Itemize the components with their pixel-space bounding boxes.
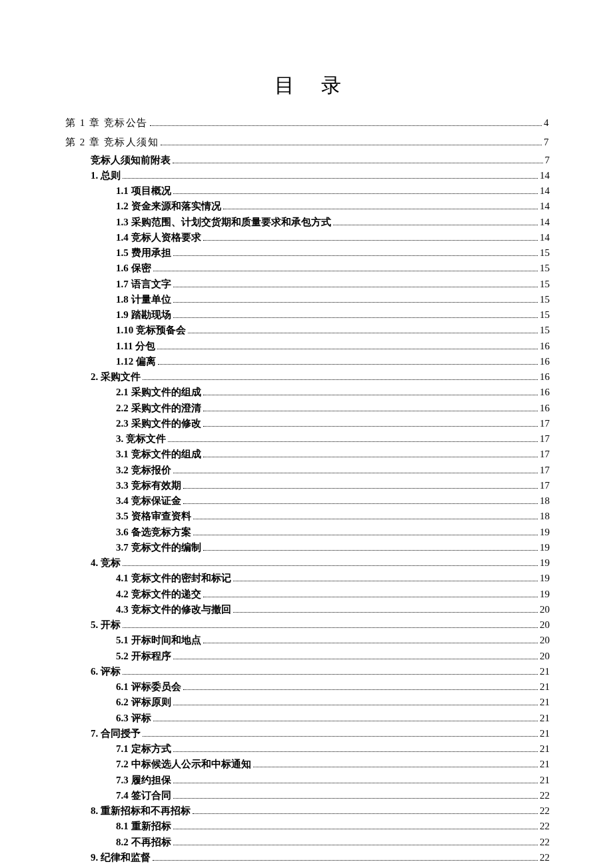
toc-entry-label: 竞标人须知前附表 — [91, 153, 171, 168]
toc-leader — [143, 736, 538, 737]
toc-entry[interactable]: 1.9 踏勘现场15 — [65, 307, 550, 323]
toc-entry[interactable]: 9. 纪律和监督22 — [65, 850, 550, 865]
toc-entry[interactable]: 7. 合同授予21 — [65, 726, 550, 741]
toc-entry-page: 19 — [540, 555, 550, 571]
toc-leader — [203, 426, 538, 427]
toc-entry[interactable]: 1. 总则14 — [65, 168, 550, 183]
toc-leader — [203, 550, 538, 551]
toc-entry[interactable]: 1.5 费用承担15 — [65, 245, 550, 261]
toc-entry[interactable]: 1.11 分包16 — [65, 339, 550, 354]
toc-entry[interactable]: 6. 评标21 — [65, 664, 550, 679]
toc-entry-label: 4.2 竞标文件的递交 — [116, 587, 201, 602]
toc-entry-page: 16 — [540, 385, 550, 400]
toc-leader — [203, 643, 538, 643]
toc-entry[interactable]: 7.1 定标方式21 — [65, 741, 550, 757]
toc-leader — [203, 240, 538, 241]
toc-entry[interactable]: 1.2 资金来源和落实情况14 — [65, 199, 550, 214]
toc-entry[interactable]: 3.6 备选竞标方案19 — [65, 525, 550, 540]
toc-entry[interactable]: 1.7 语言文字15 — [65, 277, 550, 292]
toc-entry-page: 15 — [540, 292, 550, 307]
toc-entry[interactable]: 8.1 重新招标22 — [65, 819, 550, 834]
toc-container: 第 1 章 竞标公告4第 2 章 竞标人须知7竞标人须知前附表71. 总则141… — [65, 115, 550, 865]
toc-leader — [193, 535, 538, 535]
toc-entry-label: 5.2 开标程序 — [116, 649, 171, 664]
toc-entry-page: 14 — [540, 199, 550, 214]
toc-leader — [223, 209, 538, 209]
toc-entry[interactable]: 第 2 章 竞标人须知7 — [65, 135, 550, 150]
toc-entry[interactable]: 7.4 签订合同22 — [65, 788, 550, 803]
toc-entry-label: 7.4 签订合同 — [116, 788, 171, 803]
toc-entry-page: 22 — [540, 835, 550, 850]
toc-entry[interactable]: 4.2 竞标文件的递交19 — [65, 587, 550, 602]
toc-entry-label: 9. 纪律和监督 — [91, 850, 151, 865]
toc-leader — [123, 178, 538, 179]
toc-entry-page: 17 — [540, 431, 550, 447]
toc-entry-page: 15 — [540, 307, 550, 323]
toc-entry-page: 20 — [540, 602, 550, 617]
toc-entry[interactable]: 8. 重新招标和不再招标22 — [65, 803, 550, 819]
toc-entry[interactable]: 3.3 竞标有效期17 — [65, 478, 550, 493]
toc-entry-page: 21 — [540, 664, 550, 679]
toc-entry-page: 17 — [540, 447, 550, 462]
toc-entry[interactable]: 1.1 项目概况14 — [65, 183, 550, 199]
toc-entry[interactable]: 1.10 竞标预备会15 — [65, 323, 550, 338]
toc-leader — [173, 783, 538, 783]
toc-entry[interactable]: 2.2 采购文件的澄清16 — [65, 401, 550, 416]
toc-entry-page: 20 — [540, 617, 550, 633]
toc-entry-label: 4.3 竞标文件的修改与撤回 — [116, 602, 231, 617]
toc-entry[interactable]: 5. 开标20 — [65, 617, 550, 633]
toc-entry[interactable]: 7.2 中标候选人公示和中标通知21 — [65, 757, 550, 772]
toc-entry[interactable]: 3.5 资格审查资料18 — [65, 509, 550, 524]
toc-entry-label: 5.1 开标时间和地点 — [116, 633, 201, 648]
toc-leader — [161, 145, 542, 145]
toc-entry[interactable]: 4.1 竞标文件的密封和标记19 — [65, 571, 550, 586]
toc-leader — [173, 705, 538, 705]
toc-entry[interactable]: 第 1 章 竞标公告4 — [65, 115, 550, 131]
toc-title: 目录 — [65, 72, 550, 99]
toc-entry[interactable]: 1.6 保密15 — [65, 261, 550, 276]
toc-entry[interactable]: 3.7 竞标文件的编制19 — [65, 540, 550, 555]
toc-entry-page: 22 — [540, 803, 550, 819]
toc-entry-label: 3.3 竞标有效期 — [116, 478, 181, 493]
toc-entry[interactable]: 3. 竞标文件17 — [65, 431, 550, 447]
toc-entry-page: 21 — [540, 695, 550, 710]
toc-entry[interactable]: 8.2 不再招标22 — [65, 835, 550, 850]
toc-entry[interactable]: 4.3 竞标文件的修改与撤回20 — [65, 602, 550, 617]
toc-leader — [173, 287, 538, 287]
toc-entry[interactable]: 1.12 偏离16 — [65, 354, 550, 369]
toc-entry[interactable]: 4. 竞标19 — [65, 555, 550, 571]
toc-entry[interactable]: 2. 采购文件16 — [65, 369, 550, 385]
toc-entry-label: 1.1 项目概况 — [116, 183, 171, 199]
toc-entry[interactable]: 3.2 竞标报价17 — [65, 463, 550, 478]
toc-entry-page: 14 — [540, 215, 550, 230]
toc-entry-label: 6.2 评标原则 — [116, 695, 171, 710]
toc-entry[interactable]: 7.3 履约担保21 — [65, 773, 550, 788]
toc-leader — [203, 597, 538, 597]
toc-entry[interactable]: 1.3 采购范围、计划交货期和质量要求和承包方式14 — [65, 215, 550, 230]
toc-entry[interactable]: 1.8 计量单位15 — [65, 292, 550, 307]
toc-entry[interactable]: 6.3 评标21 — [65, 711, 550, 726]
toc-entry-label: 2.2 采购文件的澄清 — [116, 401, 201, 416]
toc-entry-label: 1.4 竞标人资格要求 — [116, 230, 201, 245]
toc-entry[interactable]: 3.1 竞标文件的组成17 — [65, 447, 550, 462]
toc-entry[interactable]: 5.2 开标程序20 — [65, 649, 550, 664]
toc-leader — [193, 519, 538, 519]
toc-leader — [183, 488, 538, 489]
toc-entry-label: 1.9 踏勘现场 — [116, 307, 171, 323]
toc-entry[interactable]: 2.3 采购文件的修改17 — [65, 416, 550, 431]
toc-entry-page: 21 — [540, 679, 550, 695]
toc-leader — [183, 689, 538, 690]
toc-entry[interactable]: 6.2 评标原则21 — [65, 695, 550, 710]
toc-entry[interactable]: 6.1 评标委员会21 — [65, 679, 550, 695]
toc-entry[interactable]: 5.1 开标时间和地点20 — [65, 633, 550, 648]
toc-leader — [203, 395, 538, 395]
toc-entry[interactable]: 2.1 采购文件的组成16 — [65, 385, 550, 400]
toc-entry[interactable]: 1.4 竞标人资格要求14 — [65, 230, 550, 245]
toc-leader — [153, 721, 538, 721]
toc-leader — [153, 860, 538, 861]
toc-leader — [168, 441, 538, 442]
toc-entry[interactable]: 3.4 竞标保证金18 — [65, 493, 550, 509]
toc-entry-page: 19 — [540, 525, 550, 540]
toc-entry-label: 3.5 资格审查资料 — [116, 509, 191, 524]
toc-entry[interactable]: 竞标人须知前附表7 — [65, 153, 550, 168]
